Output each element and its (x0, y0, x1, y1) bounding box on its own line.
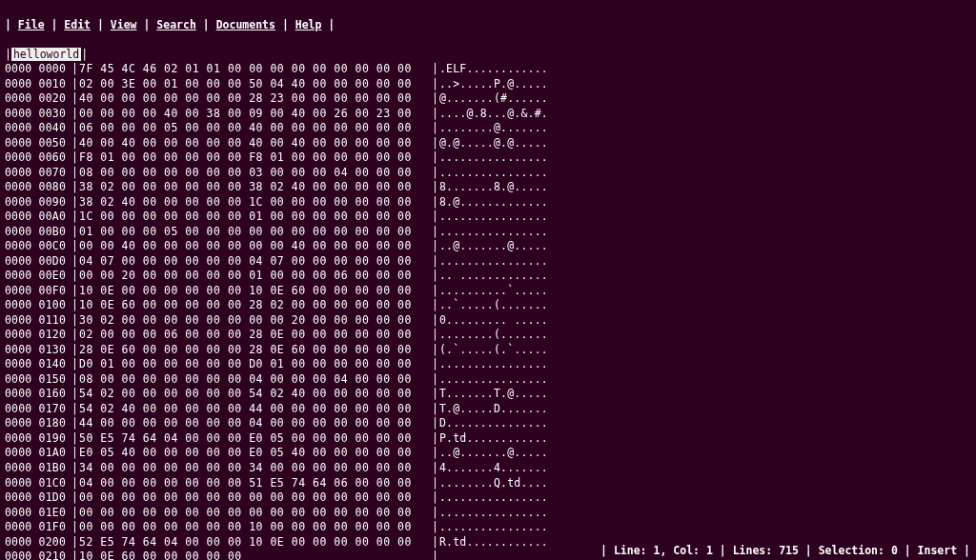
hex-ascii[interactable]: ................ (439, 210, 548, 225)
hex-bytes[interactable]: 10 0E 60 00 00 00 00 00 28 02 00 00 00 0… (79, 298, 432, 313)
hex-row[interactable]: 0000 0020|40 00 00 00 00 00 00 00 28 23 … (5, 91, 971, 107)
hex-row[interactable]: 0000 01E0|00 00 00 00 00 00 00 00 00 00 … (5, 506, 971, 521)
hex-ascii[interactable]: ................ (439, 372, 548, 388)
hex-ascii[interactable]: @.......(#...... (439, 91, 548, 107)
hex-ascii[interactable]: T.@.....D....... (439, 402, 548, 417)
hex-ascii[interactable]: ................ (439, 357, 548, 372)
hex-ascii[interactable]: ..@.......@..... (439, 446, 548, 461)
hex-row[interactable]: 0000 0090|38 02 40 00 00 00 00 00 1C 00 … (5, 195, 971, 210)
hex-bytes[interactable]: 38 02 00 00 00 00 00 00 38 02 40 00 00 0… (79, 180, 432, 195)
hex-row[interactable]: 0000 00D0|04 07 00 00 00 00 00 00 04 07 … (5, 254, 971, 270)
hex-row[interactable]: 0000 0100|10 0E 60 00 00 00 00 00 28 02 … (5, 298, 971, 313)
hex-bytes[interactable]: 50 E5 74 64 04 00 00 00 E0 05 00 00 00 0… (79, 431, 432, 447)
hex-ascii[interactable]: (.`.....(.`..... (439, 343, 548, 358)
hex-row[interactable]: 0000 0150|08 00 00 00 00 00 00 00 04 00 … (5, 372, 971, 388)
hex-bytes[interactable]: 7F 45 4C 46 02 01 01 00 00 00 00 00 00 0… (79, 62, 432, 77)
tab-active[interactable]: helloworld (11, 48, 81, 61)
hex-row[interactable]: 0000 0140|D0 01 00 00 00 00 00 00 D0 01 … (5, 357, 971, 372)
hex-ascii[interactable]: P.td............ (439, 431, 548, 447)
hex-row[interactable]: 0000 0130|28 0E 60 00 00 00 00 00 28 0E … (5, 343, 971, 358)
hex-ascii[interactable]: 0......... ..... (439, 313, 548, 329)
hex-ascii[interactable]: T.......T.@..... (439, 387, 548, 402)
hex-bytes[interactable]: 00 00 00 00 00 00 00 00 00 00 00 00 00 0… (79, 490, 432, 506)
hex-bytes[interactable]: 54 02 40 00 00 00 00 00 44 00 00 00 00 0… (79, 402, 432, 417)
hex-ascii[interactable]: ........@....... (439, 121, 548, 136)
hex-ascii[interactable]: ................ (439, 166, 548, 181)
hex-ascii[interactable]: ................ (439, 490, 548, 506)
hex-bytes[interactable]: 02 00 3E 00 01 00 00 00 50 04 40 00 00 0… (79, 77, 432, 92)
hex-row[interactable]: 0000 00A0|1C 00 00 00 00 00 00 00 01 00 … (5, 210, 971, 225)
hex-bytes[interactable]: 04 07 00 00 00 00 00 00 04 07 00 00 00 0… (79, 254, 432, 270)
hex-ascii[interactable]: R.td............ (439, 535, 548, 550)
hex-row[interactable]: 0000 0190|50 E5 74 64 04 00 00 00 E0 05 … (5, 431, 971, 447)
hex-bytes[interactable]: 30 02 00 00 00 00 00 00 00 00 20 00 00 0… (79, 313, 432, 329)
hex-row[interactable]: 0000 0060|F8 01 00 00 00 00 00 00 F8 01 … (5, 150, 971, 166)
hex-row[interactable]: 0000 0110|30 02 00 00 00 00 00 00 00 00 … (5, 313, 971, 329)
hex-row[interactable]: 0000 00C0|00 00 40 00 00 00 00 00 00 00 … (5, 239, 971, 254)
hex-ascii[interactable]: ................ (439, 254, 548, 270)
hex-row[interactable]: 0000 0160|54 02 00 00 00 00 00 00 54 02 … (5, 387, 971, 402)
hex-row[interactable]: 0000 0050|40 00 40 00 00 00 00 00 40 00 … (5, 136, 971, 151)
hex-ascii[interactable]: ........Q.td.... (439, 476, 548, 491)
hex-bytes[interactable]: 28 0E 60 00 00 00 00 00 28 0E 60 00 00 0… (79, 343, 432, 358)
hex-bytes[interactable]: 00 00 00 00 40 00 38 00 09 00 40 00 26 0… (79, 107, 432, 122)
hex-bytes[interactable]: E0 05 40 00 00 00 00 00 E0 05 40 00 00 0… (79, 446, 432, 461)
hex-bytes[interactable]: 00 00 00 00 00 00 00 00 00 00 00 00 00 0… (79, 506, 432, 521)
hex-bytes[interactable]: 52 E5 74 64 04 00 00 00 10 0E 00 00 00 0… (79, 535, 432, 550)
hex-ascii[interactable]: ................ (439, 520, 548, 535)
hex-bytes[interactable]: 38 02 40 00 00 00 00 00 1C 00 00 00 00 0… (79, 195, 432, 210)
hex-row[interactable]: 0000 00B0|01 00 00 00 05 00 00 00 00 00 … (5, 225, 971, 240)
hex-row[interactable]: 0000 01B0|34 00 00 00 00 00 00 00 34 00 … (5, 461, 971, 476)
hex-row[interactable]: 0000 0120|02 00 00 00 06 00 00 00 28 0E … (5, 328, 971, 343)
hex-row[interactable]: 0000 0000|7F 45 4C 46 02 01 01 00 00 00 … (5, 62, 971, 77)
hex-bytes[interactable]: 10 0E 60 00 00 00 00 00 (79, 550, 432, 560)
hex-row[interactable]: 0000 00F0|10 0E 00 00 00 00 00 00 10 0E … (5, 284, 971, 299)
hex-bytes[interactable]: 44 00 00 00 00 00 00 00 04 00 00 00 00 0… (79, 416, 432, 431)
hex-ascii[interactable]: ..>.....P.@..... (439, 77, 548, 92)
hex-bytes[interactable]: 00 00 20 00 00 00 00 00 01 00 00 00 06 0… (79, 269, 432, 284)
hex-ascii[interactable]: 8.@............. (439, 195, 548, 210)
hex-bytes[interactable]: 10 0E 00 00 00 00 00 00 10 0E 60 00 00 0… (79, 284, 432, 299)
hex-ascii[interactable]: @.@.....@.@..... (439, 136, 548, 151)
hex-bytes[interactable]: 04 00 00 00 00 00 00 00 51 E5 74 64 06 0… (79, 476, 432, 491)
menu-search[interactable]: Search (156, 18, 196, 31)
hex-bytes[interactable]: F8 01 00 00 00 00 00 00 F8 01 00 00 00 0… (79, 150, 432, 166)
menu-file[interactable]: File (18, 18, 45, 31)
hex-ascii[interactable]: ................ (439, 225, 548, 240)
hex-ascii[interactable]: .. ............. (439, 269, 548, 284)
hex-bytes[interactable]: 00 00 40 00 00 00 00 00 00 00 40 00 00 0… (79, 239, 432, 254)
menu-documents[interactable]: Documents (216, 18, 275, 31)
hex-ascii[interactable]: .ELF............ (439, 62, 548, 77)
hex-bytes[interactable]: 01 00 00 00 05 00 00 00 00 00 00 00 00 0… (79, 225, 432, 240)
hex-ascii[interactable]: ................ (439, 150, 548, 166)
hex-bytes[interactable]: 34 00 00 00 00 00 00 00 34 00 00 00 00 0… (79, 461, 432, 476)
hex-ascii[interactable]: ................ (439, 506, 548, 521)
menu-view[interactable]: View (111, 18, 137, 31)
hex-row[interactable]: 0000 0180|44 00 00 00 00 00 00 00 04 00 … (5, 416, 971, 431)
hex-row[interactable]: 0000 0170|54 02 40 00 00 00 00 00 44 00 … (5, 402, 971, 417)
hex-row[interactable]: 0000 01A0|E0 05 40 00 00 00 00 00 E0 05 … (5, 446, 971, 461)
hex-bytes[interactable]: 02 00 00 00 06 00 00 00 28 0E 00 00 00 0… (79, 328, 432, 343)
hex-bytes[interactable]: D0 01 00 00 00 00 00 00 D0 01 00 00 00 0… (79, 357, 432, 372)
hex-bytes[interactable]: 08 00 00 00 00 00 00 00 04 00 00 00 04 0… (79, 372, 432, 388)
hex-ascii[interactable]: ........(....... (439, 328, 548, 343)
hex-ascii[interactable]: ..@.......@..... (439, 239, 548, 254)
hex-row[interactable]: 0000 00E0|00 00 20 00 00 00 00 00 01 00 … (5, 269, 971, 284)
hex-bytes[interactable]: 1C 00 00 00 00 00 00 00 01 00 00 00 00 0… (79, 210, 432, 225)
hex-bytes[interactable]: 54 02 00 00 00 00 00 00 54 02 40 00 00 0… (79, 387, 432, 402)
hex-ascii[interactable]: 4.......4....... (439, 461, 548, 476)
hex-bytes[interactable]: 00 00 00 00 00 00 00 00 10 00 00 00 00 0… (79, 520, 432, 535)
hex-ascii[interactable]: ..........`..... (439, 284, 548, 299)
hex-row[interactable]: 0000 0080|38 02 00 00 00 00 00 00 38 02 … (5, 180, 971, 195)
menu-edit[interactable]: Edit (64, 18, 91, 31)
hex-ascii[interactable]: D............... (439, 416, 548, 431)
menu-help[interactable]: Help (295, 18, 322, 31)
hex-row[interactable]: 0000 0070|08 00 00 00 00 00 00 00 03 00 … (5, 166, 971, 181)
hex-row[interactable]: 0000 0040|06 00 00 00 05 00 00 00 40 00 … (5, 121, 971, 136)
hex-ascii[interactable]: 8.......8.@..... (439, 180, 548, 195)
hex-bytes[interactable]: 06 00 00 00 05 00 00 00 40 00 00 00 00 0… (79, 121, 432, 136)
hex-bytes[interactable]: 40 00 00 00 00 00 00 00 28 23 00 00 00 0… (79, 91, 432, 107)
hex-row[interactable]: 0000 01C0|04 00 00 00 00 00 00 00 51 E5 … (5, 476, 971, 491)
hex-dump[interactable]: 0000 0000|7F 45 4C 46 02 01 01 00 00 00 … (5, 62, 971, 560)
hex-row[interactable]: 0000 0030|00 00 00 00 40 00 38 00 09 00 … (5, 107, 971, 122)
